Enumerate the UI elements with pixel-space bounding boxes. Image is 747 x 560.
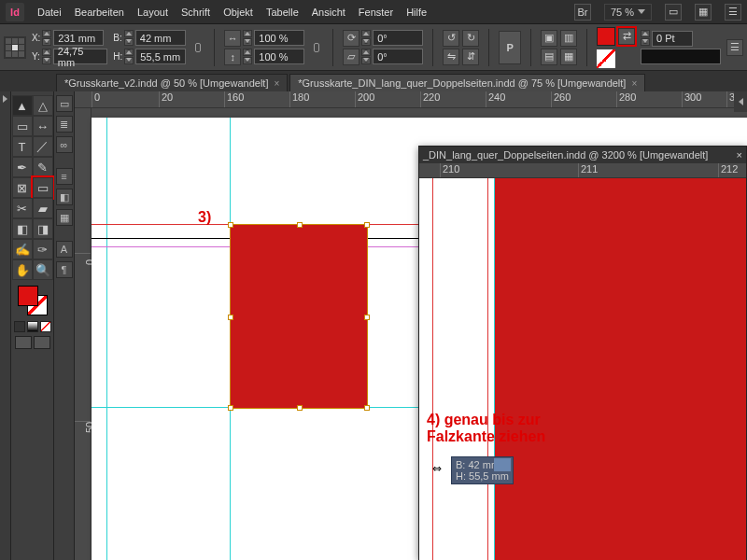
close-icon[interactable]: ×: [274, 78, 279, 89]
shear-value[interactable]: 0°: [373, 49, 423, 64]
view-mode-preview[interactable]: [34, 336, 50, 349]
scissors-tool[interactable]: ✂: [12, 198, 33, 218]
scale-x-value[interactable]: 100 %: [254, 30, 304, 46]
stroke-stepper[interactable]: [641, 30, 650, 47]
x-stepper[interactable]: [42, 30, 51, 47]
rotate-ccw-button[interactable]: ↺: [443, 30, 459, 47]
handle-nw[interactable]: [228, 222, 233, 228]
direct-selection-tool[interactable]: △: [33, 95, 53, 116]
panel-layers[interactable]: ≣: [56, 116, 73, 133]
floatwin-canvas[interactable]: 4) genau bis zur Falzkante ziehen ⇔ B: 4…: [419, 178, 746, 560]
type-tool[interactable]: T: [12, 136, 33, 157]
constrain-scale-icon[interactable]: [310, 31, 323, 64]
menu-window[interactable]: Fenster: [359, 7, 393, 18]
bridge-button[interactable]: Br: [574, 4, 591, 21]
note-tool[interactable]: ✍: [12, 239, 33, 259]
hand-tool[interactable]: ✋: [12, 259, 33, 280]
ruler-horizontal[interactable]: 0 20 160 180 200 220 240 260 280 300 360: [75, 91, 747, 108]
close-icon[interactable]: ×: [737, 149, 742, 161]
shear-field[interactable]: ▱ 0°: [343, 49, 423, 65]
pencil-tool[interactable]: ✎: [33, 157, 53, 177]
w-value[interactable]: 42 mm: [135, 30, 186, 46]
stroke-swatch[interactable]: [597, 49, 615, 68]
zoom-level-dropdown[interactable]: 75 %: [604, 4, 652, 21]
y-field[interactable]: Y: 24,75 mm: [32, 49, 107, 65]
y-value[interactable]: 24,75 mm: [53, 49, 108, 64]
pen-tool[interactable]: ✒: [12, 157, 33, 177]
rotate-field[interactable]: ⟳ 0°: [343, 30, 423, 47]
workspace-button[interactable]: ☰: [725, 4, 741, 21]
y-stepper[interactable]: [42, 49, 51, 65]
dock-expand-left[interactable]: [0, 91, 11, 560]
stroke-weight-value[interactable]: 0 Pt: [652, 31, 693, 47]
rotate-stepper[interactable]: [361, 30, 371, 47]
align-button-3[interactable]: ▤: [541, 49, 557, 65]
fill-swatch[interactable]: [597, 27, 615, 46]
canvas-area[interactable]: 0 20 160 180 200 220 240 260 280 300 360…: [75, 91, 747, 560]
guide-zoom[interactable]: [494, 178, 495, 560]
reference-point[interactable]: [4, 36, 26, 59]
page-tool[interactable]: ▭: [12, 116, 33, 136]
floating-document-window[interactable]: _DIN_lang_quer_Doppelseiten.indd @ 3200 …: [418, 146, 747, 560]
flip-v-button[interactable]: ⇵: [462, 49, 479, 65]
menu-object[interactable]: Objekt: [223, 7, 253, 18]
transform-tool[interactable]: ▰: [33, 198, 53, 218]
rotate-cw-button[interactable]: ↻: [462, 30, 479, 47]
menu-table[interactable]: Tabelle: [266, 7, 299, 18]
menu-edit[interactable]: Bearbeiten: [75, 7, 124, 18]
line-tool[interactable]: ／: [33, 136, 53, 157]
menu-help[interactable]: Hilfe: [406, 7, 427, 18]
fill-swatch-tool[interactable]: [18, 286, 38, 306]
rectangle-object-zoom[interactable]: [494, 178, 746, 560]
shear-stepper[interactable]: [361, 49, 371, 65]
panel-swatches[interactable]: ▦: [56, 209, 73, 226]
rect-frame-tool[interactable]: ⊠: [12, 177, 33, 198]
panel-stroke[interactable]: ≡: [56, 168, 73, 185]
document-tab-2[interactable]: *Grusskarte_DIN_lang_quer_Doppelseiten.i…: [289, 74, 645, 91]
align-button-4[interactable]: ▦: [560, 49, 577, 65]
h-stepper[interactable]: [124, 49, 134, 65]
apply-none-button[interactable]: [40, 321, 51, 332]
selection-tool[interactable]: ▲: [12, 95, 33, 116]
gap-tool[interactable]: ↔: [33, 116, 53, 136]
handle-e[interactable]: [364, 315, 370, 320]
guide[interactable]: [106, 118, 107, 560]
handle-s[interactable]: [297, 405, 303, 411]
apply-color-button[interactable]: [14, 321, 25, 332]
constrain-wh-icon[interactable]: [191, 31, 204, 64]
rectangle-tool[interactable]: ▭: [33, 177, 53, 198]
menu-view[interactable]: Ansicht: [312, 7, 345, 18]
align-button-2[interactable]: ▥: [560, 30, 577, 47]
h-field[interactable]: H: 55,5 mm: [113, 49, 186, 65]
floatwin-titlebar[interactable]: _DIN_lang_quer_Doppelseiten.indd @ 3200 …: [419, 147, 746, 163]
fill-stroke-swatches[interactable]: [18, 286, 48, 315]
stroke-style-dropdown[interactable]: [641, 49, 721, 64]
panel-char[interactable]: ¶: [56, 261, 73, 278]
align-button-1[interactable]: ▣: [541, 30, 557, 47]
control-menu-button[interactable]: ☰: [726, 39, 743, 56]
panel-links[interactable]: ∞: [56, 136, 73, 153]
handle-sw[interactable]: [228, 405, 233, 411]
panel-styles[interactable]: A: [56, 241, 73, 258]
scale-y-field[interactable]: ↕ 100 %: [224, 49, 304, 65]
menu-file[interactable]: Datei: [37, 7, 62, 18]
panel-color[interactable]: ◧: [56, 189, 73, 205]
select-container-button[interactable]: P: [499, 31, 521, 64]
x-value[interactable]: 231 mm: [53, 30, 104, 46]
scale-y-value[interactable]: 100 %: [254, 49, 304, 64]
close-icon[interactable]: ×: [631, 78, 637, 89]
gradient-feather-tool[interactable]: ◨: [33, 218, 53, 239]
handle-se[interactable]: [364, 405, 370, 411]
view-mode-normal[interactable]: [15, 336, 32, 349]
handle-n[interactable]: [297, 222, 303, 228]
h-value[interactable]: 55,5 mm: [135, 49, 186, 64]
menu-layout[interactable]: Layout: [137, 7, 168, 18]
eyedropper-tool[interactable]: ✑: [33, 239, 53, 259]
scale-x-stepper[interactable]: [243, 30, 252, 47]
rotate-value[interactable]: 0°: [373, 30, 423, 46]
w-field[interactable]: B: 42 mm: [113, 30, 186, 47]
gradient-swatch-tool[interactable]: ◧: [12, 218, 33, 239]
apply-gradient-button[interactable]: [27, 321, 38, 332]
ruler-vertical[interactable]: 0 50: [75, 108, 92, 560]
scale-y-stepper[interactable]: [243, 49, 252, 65]
